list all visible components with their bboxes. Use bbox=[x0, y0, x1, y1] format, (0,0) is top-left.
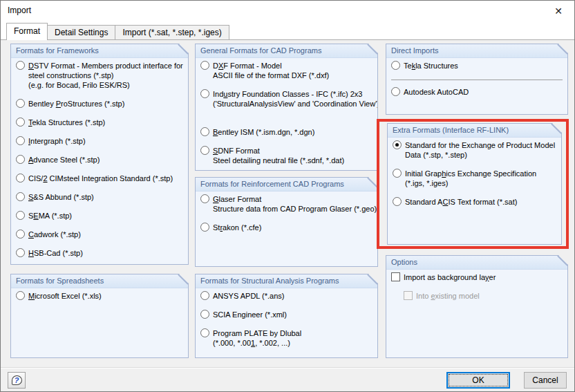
title-bar: Import ✕ bbox=[1, 1, 574, 23]
radio-icon bbox=[200, 223, 209, 232]
radio-dstv-format-members-product-interface-fo[interactable]: DSTV Format - Members product interface … bbox=[15, 61, 184, 90]
mnemonic-underline: e bbox=[431, 292, 435, 300]
radio-cis-2-cimsteel-integration-standard-stp[interactable]: CIS/2 CIMsteel Integration Standard (*.s… bbox=[15, 174, 184, 183]
item-label: Into existing model bbox=[416, 291, 480, 301]
mnemonic-underline: T bbox=[28, 118, 32, 127]
group-title: Formats for Reinforcement CAD Programs bbox=[196, 178, 377, 192]
item-label: DSTV Format - Members product interface … bbox=[28, 61, 183, 90]
tab-detail-settings[interactable]: Detail Settings bbox=[48, 25, 115, 40]
mnemonic-underline: h bbox=[442, 169, 446, 178]
radio-icon bbox=[200, 61, 209, 70]
radio-ansys-apdl-ans[interactable]: ANSYS APDL (*.ans) bbox=[200, 291, 373, 301]
radio-microsoft-excel-xls[interactable]: Microsoft Excel (*.xls) bbox=[15, 291, 184, 301]
group-title: Options bbox=[386, 256, 567, 270]
radio-icon bbox=[200, 127, 209, 136]
item-label: SCIA Engineer (*.xml) bbox=[213, 310, 287, 319]
group-items: Glaser FormatStructure data from CAD Pro… bbox=[196, 192, 377, 241]
mnemonic-underline: u bbox=[223, 90, 227, 98]
item-label: Cadwork (*.stp) bbox=[28, 230, 81, 239]
item-label: Autodesk AutoCAD bbox=[404, 87, 469, 97]
mnemonic-underline: I bbox=[28, 137, 30, 145]
item-label: ANSYS APDL (*.ans) bbox=[213, 291, 285, 301]
tab-import-sat-step-iges[interactable]: Import (*.sat, *.step, *.iges) bbox=[115, 25, 229, 40]
group-wrap-options: OptionsImport as background layerInto ex… bbox=[386, 255, 568, 358]
radio-hsb-cad-stp[interactable]: HSB-Cad (*.stp) bbox=[15, 248, 184, 258]
radio-sdnf-format[interactable]: SDNF FormatSteel detailing neutral file … bbox=[200, 146, 373, 165]
cancel-button[interactable]: Cancel bbox=[524, 372, 567, 389]
mnemonic-underline: A bbox=[28, 156, 33, 164]
radio-standard-acis-text-format-sat[interactable]: Standard ACIS Text format (*.sat) bbox=[392, 197, 557, 207]
group-title: Formats for Structural Analysis Programs bbox=[196, 274, 377, 288]
radio-autodesk-autocad[interactable]: Autodesk AutoCAD bbox=[390, 87, 563, 97]
checkbox-icon bbox=[404, 291, 413, 300]
group-direct-imports: Direct ImportsTekla StructuresAutodesk A… bbox=[386, 44, 568, 115]
radio-industry-foundation-classes-ifc-ifc-2x3[interactable]: Industry Foundation Classes - IFC (*.ifc… bbox=[200, 89, 373, 109]
mnemonic-underline: r bbox=[220, 223, 223, 232]
radio-icon bbox=[200, 328, 209, 337]
mnemonic-underline: E bbox=[33, 212, 38, 220]
group-formats-for-frameworks: Formats for FrameworksDSTV Format - Memb… bbox=[10, 44, 189, 265]
column-left: Formats for FrameworksDSTV Format - Memb… bbox=[10, 44, 189, 358]
radio-icon bbox=[200, 194, 209, 203]
item-label: Standard ACIS Text format (*.sat) bbox=[405, 197, 517, 207]
item-label: Standard for the Exchange of Product Mod… bbox=[405, 140, 555, 160]
radio-scia-engineer-xml[interactable]: SCIA Engineer (*.xml) bbox=[200, 310, 373, 319]
mnemonic-underline: D bbox=[28, 62, 34, 70]
group-wrap-formats-for-structural-analysis-programs: Formats for Structural Analysis Programs… bbox=[195, 274, 378, 358]
item-label: Tekla Structures bbox=[404, 61, 458, 71]
mnemonic-underline: G bbox=[213, 195, 219, 203]
radio-icon bbox=[16, 99, 25, 108]
ok-button[interactable]: OK bbox=[446, 372, 510, 389]
radio-tekla-structures-stp[interactable]: Tekla Structures (*.stp) bbox=[15, 118, 184, 127]
radio-ss-abbund-stp[interactable]: S&S Abbund (*.stp) bbox=[15, 192, 184, 202]
tab-strip: FormatDetail SettingsImport (*.sat, *.st… bbox=[6, 23, 229, 40]
radio-sema-stp[interactable]: SEMA (*.stp) bbox=[15, 211, 184, 221]
group-wrap-direct-imports: Direct ImportsTekla StructuresAutodesk A… bbox=[386, 44, 568, 115]
column-right: Direct ImportsTekla StructuresAutodesk A… bbox=[386, 44, 568, 358]
radio-icon bbox=[16, 211, 25, 220]
radio-intergraph-stp[interactable]: Intergraph (*.stp) bbox=[15, 136, 184, 146]
help-button[interactable]: ? bbox=[8, 372, 26, 389]
close-icon[interactable]: ✕ bbox=[552, 4, 565, 18]
column-middle: General Formats for CAD ProgramsDXF Form… bbox=[195, 44, 378, 358]
radio-glaser-format[interactable]: Glaser FormatStructure data from CAD Pro… bbox=[200, 194, 373, 214]
group-items: ANSYS APDL (*.ans)SCIA Engineer (*.xml)P… bbox=[196, 288, 377, 357]
group-items: Microsoft Excel (*.xls) bbox=[11, 288, 188, 310]
radio-standard-for-the-exchange-of-product-mod[interactable]: Standard for the Exchange of Product Mod… bbox=[392, 140, 557, 160]
item-label: Glaser FormatStructure data from CAD Pro… bbox=[213, 194, 377, 214]
radio-tekla-structures[interactable]: Tekla Structures bbox=[390, 61, 563, 71]
mnemonic-underline: y bbox=[485, 273, 489, 281]
tab-format[interactable]: Format bbox=[6, 23, 48, 40]
radio-bentley-prostructures-stp[interactable]: Bentley ProStructures (*.stp) bbox=[15, 99, 184, 109]
group-general-formats-for-cad-programs: General Formats for CAD ProgramsDXF Form… bbox=[195, 44, 378, 171]
group-items: DSTV Format - Members product interface … bbox=[11, 58, 188, 267]
radio-program-plate-by-dlubal[interactable]: Program PLATE by Dlubal(*.000, *.001, *.… bbox=[200, 328, 373, 348]
checkbox-icon bbox=[391, 272, 400, 281]
group-items: DXF Format - ModelASCII file of the form… bbox=[196, 58, 377, 174]
group-wrap-formats-for-reinforcement-cad-programs: Formats for Reinforcement CAD ProgramsGl… bbox=[195, 177, 378, 267]
radio-icon bbox=[200, 310, 209, 319]
checkbox-into-existing-model[interactable]: Into existing model bbox=[403, 291, 563, 301]
radio-advance-steel-stp[interactable]: Advance Steel (*.stp) bbox=[15, 155, 184, 165]
group-title: Formats for Spreadsheets bbox=[11, 274, 188, 288]
radio-icon bbox=[200, 291, 209, 300]
group-wrap-formats-for-spreadsheets: Formats for SpreadsheetsMicrosoft Excel … bbox=[10, 274, 189, 358]
group-title: General Formats for CAD Programs bbox=[196, 44, 377, 58]
mnemonic-underline: S bbox=[213, 147, 218, 155]
item-label: SEMA (*.stp) bbox=[28, 211, 72, 221]
group-formats-for-structural-analysis-programs: Formats for Structural Analysis Programs… bbox=[195, 274, 378, 358]
item-label: Bentley ProStructures (*.stp) bbox=[28, 99, 124, 109]
radio-icon bbox=[16, 248, 25, 257]
radio-strakon-cfe[interactable]: Strakon (*.cfe) bbox=[200, 223, 373, 232]
radio-initial-graphics-exchange-specification[interactable]: Initial Graphics Exchange Specification(… bbox=[392, 169, 557, 188]
mnemonic-underline: X bbox=[218, 62, 223, 70]
radio-bentley-ism-ism-dgn-dgn[interactable]: Bentley ISM (*.ism.dgn, *.dgn) bbox=[200, 127, 373, 137]
radio-icon bbox=[16, 155, 25, 164]
radio-cadwork-stp[interactable]: Cadwork (*.stp) bbox=[15, 230, 184, 239]
checkbox-import-as-background-layer[interactable]: Import as background layer bbox=[390, 272, 563, 282]
group-items: Standard for the Exchange of Product Mod… bbox=[388, 138, 561, 216]
radio-icon bbox=[200, 146, 209, 155]
group-formats-for-spreadsheets: Formats for SpreadsheetsMicrosoft Excel … bbox=[10, 274, 189, 358]
group-wrap-general-formats-for-cad-programs: General Formats for CAD ProgramsDXF Form… bbox=[195, 44, 378, 171]
radio-dxf-format-model[interactable]: DXF Format - ModelASCII file of the form… bbox=[200, 61, 373, 80]
